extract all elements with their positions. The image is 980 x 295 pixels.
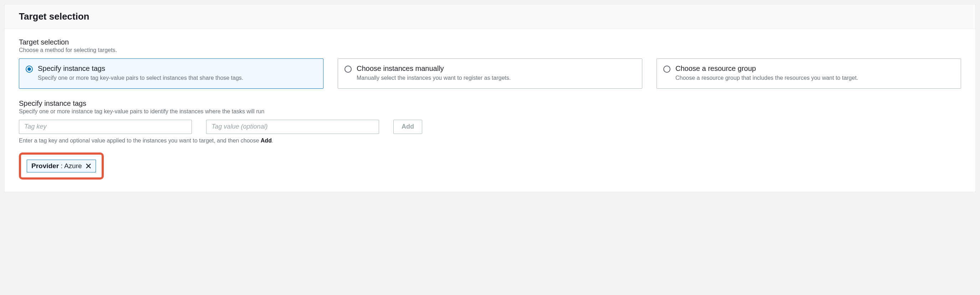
add-button[interactable]: Add bbox=[393, 120, 422, 134]
target-selection-label: Target selection bbox=[19, 38, 961, 46]
specify-tags-label: Specify instance tags bbox=[19, 99, 961, 108]
applied-tag-key: Provider bbox=[31, 162, 59, 170]
radio-choose-resource-group[interactable]: Choose a resource group Choose a resourc… bbox=[657, 59, 961, 89]
radio-title: Specify instance tags bbox=[38, 65, 243, 73]
radio-button-icon bbox=[25, 65, 33, 73]
target-selection-field: Target selection Choose a method for sel… bbox=[19, 38, 961, 89]
radio-subtitle: Choose a resource group that includes th… bbox=[675, 74, 858, 82]
radio-subtitle: Specify one or more tag key-value pairs … bbox=[38, 74, 243, 82]
target-selection-options: Specify instance tags Specify one or mor… bbox=[19, 59, 961, 89]
close-icon[interactable] bbox=[86, 163, 91, 169]
tag-input-row: Add bbox=[19, 120, 961, 134]
radio-subtitle: Manually select the instances you want t… bbox=[356, 74, 511, 82]
applied-tag-highlight: Provider : Azure bbox=[19, 152, 104, 179]
applied-tag-chip[interactable]: Provider : Azure bbox=[27, 160, 96, 173]
hint-prefix: Enter a tag key and optional value appli… bbox=[19, 138, 261, 144]
radio-button-icon bbox=[345, 65, 352, 73]
panel-body: Target selection Choose a method for sel… bbox=[5, 29, 975, 192]
hint-bold: Add bbox=[261, 138, 272, 144]
tag-hint: Enter a tag key and optional value appli… bbox=[19, 138, 961, 144]
specify-tags-desc: Specify one or more instance tag key-val… bbox=[19, 108, 961, 115]
hint-suffix: . bbox=[272, 138, 273, 144]
radio-title: Choose a resource group bbox=[675, 65, 858, 73]
target-selection-panel: Target selection Target selection Choose… bbox=[4, 4, 976, 192]
radio-choose-instances-manually[interactable]: Choose instances manually Manually selec… bbox=[338, 59, 642, 89]
panel-header: Target selection bbox=[5, 5, 975, 29]
radio-button-icon bbox=[663, 65, 670, 73]
applied-tag-sep: : bbox=[59, 162, 64, 170]
target-selection-desc: Choose a method for selecting targets. bbox=[19, 47, 961, 54]
applied-tag-value: Azure bbox=[64, 162, 82, 170]
panel-title: Target selection bbox=[19, 11, 961, 22]
specify-instance-tags-field: Specify instance tags Specify one or mor… bbox=[19, 99, 961, 179]
radio-title: Choose instances manually bbox=[356, 65, 511, 73]
tag-key-input[interactable] bbox=[19, 120, 192, 134]
tag-value-input[interactable] bbox=[206, 120, 379, 134]
radio-specify-instance-tags[interactable]: Specify instance tags Specify one or mor… bbox=[19, 59, 323, 89]
